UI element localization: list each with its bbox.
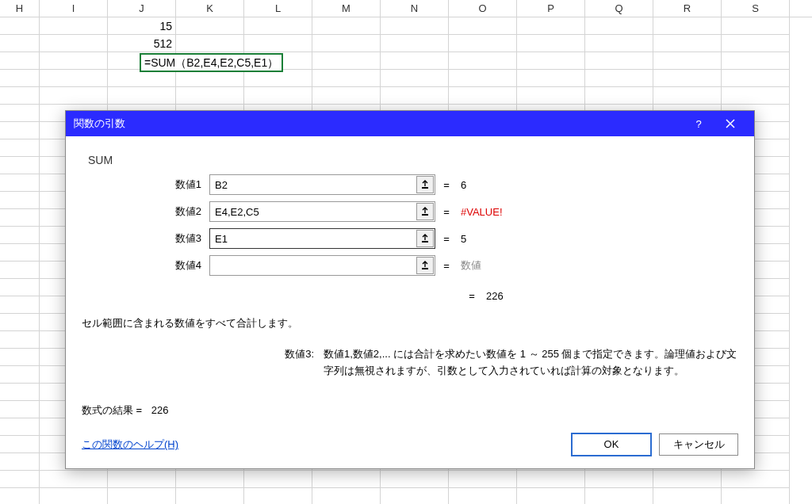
col-header-p[interactable]: P [517, 0, 585, 17]
help-button[interactable]: ? [683, 111, 714, 136]
cell[interactable] [312, 17, 381, 35]
cell[interactable] [176, 17, 244, 35]
arg-row-3: 数値3 = 5 [86, 228, 733, 249]
range-select-button[interactable] [416, 230, 434, 247]
col-header-j[interactable]: J [108, 0, 176, 17]
cell[interactable] [312, 35, 381, 52]
cell[interactable] [381, 35, 449, 52]
cell[interactable] [449, 17, 517, 35]
arg-input-2[interactable] [209, 201, 435, 222]
arg-input-4[interactable] [209, 255, 435, 276]
cell[interactable] [517, 35, 585, 52]
col-header-r[interactable]: R [653, 0, 722, 17]
intermediate-result: 226 [483, 290, 504, 302]
collapse-dialog-icon [420, 234, 430, 243]
dialog-titlebar[interactable]: 関数の引数 ? [66, 111, 754, 136]
function-help-link[interactable]: この関数のヘルプ(H) [82, 437, 564, 452]
col-header-i[interactable]: I [40, 0, 108, 17]
col-header-n[interactable]: N [381, 0, 449, 17]
cell[interactable] [517, 17, 585, 35]
arg-row-4: 数値4 = 数値 [86, 255, 733, 276]
cell[interactable] [244, 35, 312, 52]
arg-input-3[interactable] [209, 228, 435, 249]
col-header-h[interactable]: H [0, 0, 40, 17]
col-header-l[interactable]: L [244, 0, 312, 17]
col-header-s[interactable]: S [722, 0, 790, 17]
cell[interactable] [585, 17, 653, 35]
help-icon: ? [695, 118, 701, 130]
close-button[interactable] [714, 111, 746, 136]
cell[interactable] [244, 17, 312, 35]
svg-rect-2 [422, 241, 428, 242]
cell[interactable] [40, 17, 108, 35]
svg-rect-1 [422, 214, 428, 216]
col-header-q[interactable]: Q [585, 0, 653, 17]
function-description: セル範囲に含まれる数値をすべて合計します。 [82, 316, 738, 330]
close-icon [726, 119, 735, 128]
intermediate-result-row: = 226 [86, 290, 733, 302]
cell[interactable] [653, 35, 722, 52]
svg-rect-3 [422, 268, 428, 269]
svg-rect-0 [422, 187, 428, 189]
arg-label: 数値3 [86, 231, 209, 246]
argument-description-text: 数値1,数値2,... には合計を求めたい数値を 1 ～ 255 個まで指定でき… [324, 346, 738, 380]
result-value: 226 [145, 404, 169, 416]
cell[interactable] [653, 17, 722, 35]
arg-result-2: #VALUE! [458, 206, 503, 218]
arg-result-3: 5 [458, 233, 466, 245]
active-cell-editor[interactable]: =SUM（B2,E4,E2,C5,E1） [140, 53, 283, 72]
col-header-m[interactable]: M [312, 0, 381, 17]
collapse-dialog-icon [420, 180, 430, 189]
equals-sign: = [435, 179, 458, 191]
function-arguments-dialog: 関数の引数 ? SUM 数値1 = 6 数値2 [65, 110, 755, 469]
cell[interactable] [585, 35, 653, 52]
cell[interactable] [40, 35, 108, 52]
arg-row-1: 数値1 = 6 [86, 174, 733, 195]
result-label: 数式の結果 = [82, 404, 145, 416]
arg-row-2: 数値2 = #VALUE! [86, 201, 733, 222]
arg-input-1[interactable] [209, 174, 435, 195]
cell-j2[interactable]: 512 [108, 35, 176, 52]
cell[interactable] [722, 35, 790, 52]
cell[interactable] [449, 35, 517, 52]
collapse-dialog-icon [420, 261, 430, 270]
col-header-o[interactable]: O [449, 0, 517, 17]
cell[interactable] [722, 17, 790, 35]
arg-result-1: 6 [458, 179, 466, 191]
range-select-button[interactable] [416, 176, 434, 193]
arg-label: 数値1 [86, 178, 209, 192]
formula-result-line: 数式の結果 = 226 [82, 403, 738, 418]
range-select-button[interactable] [416, 257, 434, 274]
function-name: SUM [88, 154, 733, 166]
cell[interactable] [381, 17, 449, 35]
col-header-k[interactable]: K [176, 0, 244, 17]
column-headers: H I J K L M N O P Q R S [0, 0, 812, 17]
ok-button[interactable]: OK [572, 433, 651, 456]
equals-sign: = [435, 260, 458, 272]
arg-label: 数値2 [86, 204, 209, 219]
range-select-button[interactable] [416, 203, 434, 220]
cancel-button[interactable]: キャンセル [659, 433, 738, 456]
arg-result-4: 数値 [458, 258, 481, 273]
arg-label: 数値4 [86, 258, 209, 273]
argument-description-label: 数値3: [82, 346, 324, 380]
cell[interactable] [176, 35, 244, 52]
cell[interactable] [0, 35, 40, 52]
cell-j1[interactable]: 15 [108, 17, 176, 35]
collapse-dialog-icon [420, 207, 430, 216]
cell[interactable] [0, 17, 40, 35]
dialog-title: 関数の引数 [74, 116, 683, 131]
argument-description: 数値3: 数値1,数値2,... には合計を求めたい数値を 1 ～ 255 個ま… [82, 346, 738, 380]
equals-sign: = [435, 206, 458, 218]
equals-sign: = [461, 290, 483, 302]
equals-sign: = [435, 233, 458, 245]
